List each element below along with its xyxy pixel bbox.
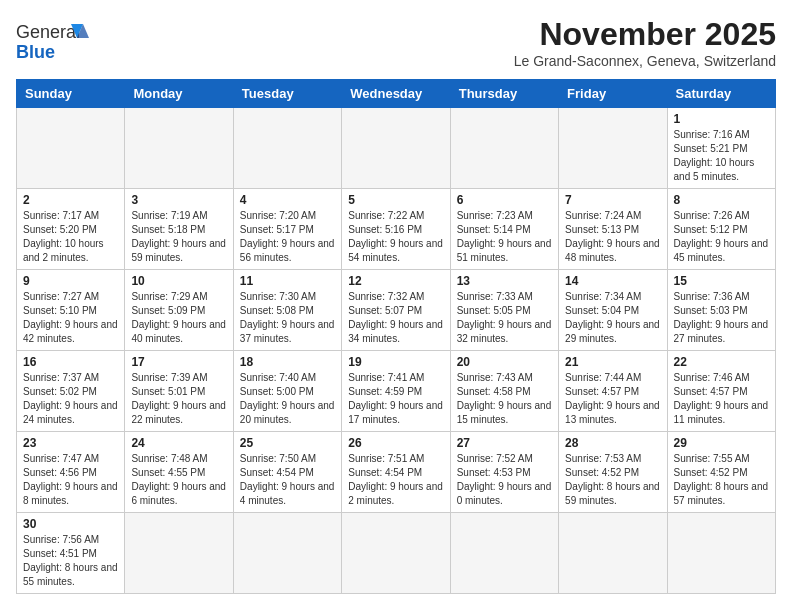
- title-area: November 2025 Le Grand-Saconnex, Geneva,…: [514, 16, 776, 69]
- calendar-cell: 18Sunrise: 7:40 AM Sunset: 5:00 PM Dayli…: [233, 351, 341, 432]
- calendar-cell: 4Sunrise: 7:20 AM Sunset: 5:17 PM Daylig…: [233, 189, 341, 270]
- day-info: Sunrise: 7:36 AM Sunset: 5:03 PM Dayligh…: [674, 290, 769, 346]
- day-number: 5: [348, 193, 443, 207]
- calendar-cell: 14Sunrise: 7:34 AM Sunset: 5:04 PM Dayli…: [559, 270, 667, 351]
- day-number: 1: [674, 112, 769, 126]
- day-info: Sunrise: 7:43 AM Sunset: 4:58 PM Dayligh…: [457, 371, 552, 427]
- location: Le Grand-Saconnex, Geneva, Switzerland: [514, 53, 776, 69]
- calendar-cell: 7Sunrise: 7:24 AM Sunset: 5:13 PM Daylig…: [559, 189, 667, 270]
- day-info: Sunrise: 7:33 AM Sunset: 5:05 PM Dayligh…: [457, 290, 552, 346]
- day-number: 12: [348, 274, 443, 288]
- day-number: 25: [240, 436, 335, 450]
- calendar-cell: 11Sunrise: 7:30 AM Sunset: 5:08 PM Dayli…: [233, 270, 341, 351]
- calendar-cell: 6Sunrise: 7:23 AM Sunset: 5:14 PM Daylig…: [450, 189, 558, 270]
- week-row-3: 16Sunrise: 7:37 AM Sunset: 5:02 PM Dayli…: [17, 351, 776, 432]
- day-number: 9: [23, 274, 118, 288]
- logo: General Blue: [16, 16, 96, 71]
- day-number: 20: [457, 355, 552, 369]
- day-number: 6: [457, 193, 552, 207]
- month-title: November 2025: [514, 16, 776, 53]
- calendar-cell: 10Sunrise: 7:29 AM Sunset: 5:09 PM Dayli…: [125, 270, 233, 351]
- day-number: 19: [348, 355, 443, 369]
- day-info: Sunrise: 7:23 AM Sunset: 5:14 PM Dayligh…: [457, 209, 552, 265]
- calendar-cell: 26Sunrise: 7:51 AM Sunset: 4:54 PM Dayli…: [342, 432, 450, 513]
- calendar-cell: 15Sunrise: 7:36 AM Sunset: 5:03 PM Dayli…: [667, 270, 775, 351]
- calendar-cell: 20Sunrise: 7:43 AM Sunset: 4:58 PM Dayli…: [450, 351, 558, 432]
- day-number: 26: [348, 436, 443, 450]
- week-row-1: 2Sunrise: 7:17 AM Sunset: 5:20 PM Daylig…: [17, 189, 776, 270]
- day-info: Sunrise: 7:22 AM Sunset: 5:16 PM Dayligh…: [348, 209, 443, 265]
- day-number: 27: [457, 436, 552, 450]
- calendar-cell: [233, 513, 341, 594]
- day-info: Sunrise: 7:48 AM Sunset: 4:55 PM Dayligh…: [131, 452, 226, 508]
- week-row-5: 30Sunrise: 7:56 AM Sunset: 4:51 PM Dayli…: [17, 513, 776, 594]
- day-number: 14: [565, 274, 660, 288]
- calendar: SundayMondayTuesdayWednesdayThursdayFrid…: [16, 79, 776, 594]
- col-header-saturday: Saturday: [667, 80, 775, 108]
- calendar-cell: 22Sunrise: 7:46 AM Sunset: 4:57 PM Dayli…: [667, 351, 775, 432]
- calendar-cell: [342, 513, 450, 594]
- day-info: Sunrise: 7:32 AM Sunset: 5:07 PM Dayligh…: [348, 290, 443, 346]
- col-header-sunday: Sunday: [17, 80, 125, 108]
- calendar-cell: [450, 513, 558, 594]
- calendar-cell: 29Sunrise: 7:55 AM Sunset: 4:52 PM Dayli…: [667, 432, 775, 513]
- calendar-cell: 23Sunrise: 7:47 AM Sunset: 4:56 PM Dayli…: [17, 432, 125, 513]
- calendar-cell: [233, 108, 341, 189]
- calendar-cell: [342, 108, 450, 189]
- day-info: Sunrise: 7:29 AM Sunset: 5:09 PM Dayligh…: [131, 290, 226, 346]
- day-info: Sunrise: 7:34 AM Sunset: 5:04 PM Dayligh…: [565, 290, 660, 346]
- day-info: Sunrise: 7:19 AM Sunset: 5:18 PM Dayligh…: [131, 209, 226, 265]
- week-row-0: 1Sunrise: 7:16 AM Sunset: 5:21 PM Daylig…: [17, 108, 776, 189]
- calendar-cell: 25Sunrise: 7:50 AM Sunset: 4:54 PM Dayli…: [233, 432, 341, 513]
- calendar-cell: 30Sunrise: 7:56 AM Sunset: 4:51 PM Dayli…: [17, 513, 125, 594]
- day-info: Sunrise: 7:50 AM Sunset: 4:54 PM Dayligh…: [240, 452, 335, 508]
- calendar-cell: 17Sunrise: 7:39 AM Sunset: 5:01 PM Dayli…: [125, 351, 233, 432]
- day-info: Sunrise: 7:56 AM Sunset: 4:51 PM Dayligh…: [23, 533, 118, 589]
- calendar-cell: 8Sunrise: 7:26 AM Sunset: 5:12 PM Daylig…: [667, 189, 775, 270]
- day-number: 30: [23, 517, 118, 531]
- calendar-cell: 19Sunrise: 7:41 AM Sunset: 4:59 PM Dayli…: [342, 351, 450, 432]
- day-info: Sunrise: 7:44 AM Sunset: 4:57 PM Dayligh…: [565, 371, 660, 427]
- day-info: Sunrise: 7:39 AM Sunset: 5:01 PM Dayligh…: [131, 371, 226, 427]
- calendar-cell: 9Sunrise: 7:27 AM Sunset: 5:10 PM Daylig…: [17, 270, 125, 351]
- col-header-wednesday: Wednesday: [342, 80, 450, 108]
- day-info: Sunrise: 7:24 AM Sunset: 5:13 PM Dayligh…: [565, 209, 660, 265]
- col-header-friday: Friday: [559, 80, 667, 108]
- header: General Blue November 2025 Le Grand-Saco…: [16, 16, 776, 71]
- svg-text:General: General: [16, 22, 80, 42]
- calendar-cell: 16Sunrise: 7:37 AM Sunset: 5:02 PM Dayli…: [17, 351, 125, 432]
- day-info: Sunrise: 7:17 AM Sunset: 5:20 PM Dayligh…: [23, 209, 118, 265]
- day-info: Sunrise: 7:37 AM Sunset: 5:02 PM Dayligh…: [23, 371, 118, 427]
- day-number: 28: [565, 436, 660, 450]
- day-info: Sunrise: 7:52 AM Sunset: 4:53 PM Dayligh…: [457, 452, 552, 508]
- day-number: 13: [457, 274, 552, 288]
- calendar-cell: 12Sunrise: 7:32 AM Sunset: 5:07 PM Dayli…: [342, 270, 450, 351]
- day-number: 17: [131, 355, 226, 369]
- calendar-cell: [667, 513, 775, 594]
- week-row-2: 9Sunrise: 7:27 AM Sunset: 5:10 PM Daylig…: [17, 270, 776, 351]
- day-number: 3: [131, 193, 226, 207]
- day-number: 24: [131, 436, 226, 450]
- day-info: Sunrise: 7:26 AM Sunset: 5:12 PM Dayligh…: [674, 209, 769, 265]
- day-info: Sunrise: 7:55 AM Sunset: 4:52 PM Dayligh…: [674, 452, 769, 508]
- calendar-header-row: SundayMondayTuesdayWednesdayThursdayFrid…: [17, 80, 776, 108]
- svg-text:Blue: Blue: [16, 42, 55, 62]
- calendar-cell: 5Sunrise: 7:22 AM Sunset: 5:16 PM Daylig…: [342, 189, 450, 270]
- col-header-thursday: Thursday: [450, 80, 558, 108]
- calendar-cell: 24Sunrise: 7:48 AM Sunset: 4:55 PM Dayli…: [125, 432, 233, 513]
- day-info: Sunrise: 7:40 AM Sunset: 5:00 PM Dayligh…: [240, 371, 335, 427]
- day-number: 18: [240, 355, 335, 369]
- day-info: Sunrise: 7:20 AM Sunset: 5:17 PM Dayligh…: [240, 209, 335, 265]
- day-number: 16: [23, 355, 118, 369]
- calendar-cell: 2Sunrise: 7:17 AM Sunset: 5:20 PM Daylig…: [17, 189, 125, 270]
- day-number: 11: [240, 274, 335, 288]
- calendar-cell: 1Sunrise: 7:16 AM Sunset: 5:21 PM Daylig…: [667, 108, 775, 189]
- calendar-cell: [17, 108, 125, 189]
- calendar-cell: 27Sunrise: 7:52 AM Sunset: 4:53 PM Dayli…: [450, 432, 558, 513]
- day-info: Sunrise: 7:30 AM Sunset: 5:08 PM Dayligh…: [240, 290, 335, 346]
- day-info: Sunrise: 7:47 AM Sunset: 4:56 PM Dayligh…: [23, 452, 118, 508]
- calendar-cell: [559, 108, 667, 189]
- day-info: Sunrise: 7:41 AM Sunset: 4:59 PM Dayligh…: [348, 371, 443, 427]
- day-number: 7: [565, 193, 660, 207]
- col-header-monday: Monday: [125, 80, 233, 108]
